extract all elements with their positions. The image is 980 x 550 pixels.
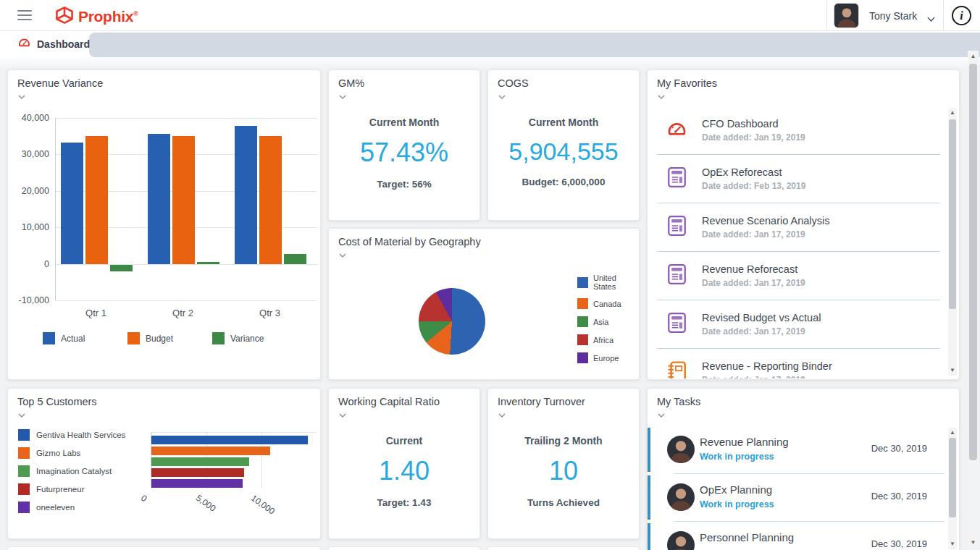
legend-swatch — [212, 332, 225, 344]
bar-actual-3 — [235, 126, 257, 264]
kpi-period-label: Current Month — [488, 117, 639, 128]
report-icon — [667, 312, 689, 337]
chevron-down-icon[interactable] — [657, 412, 666, 418]
kpi-period-label: Trailing 2 Month — [488, 435, 639, 447]
legend-item: Futurpreneur — [18, 483, 125, 495]
scroll-down-icon[interactable]: ▼ — [948, 541, 957, 548]
my-tasks-widget: My Tasks Revenue PlanningWork in progres… — [647, 388, 960, 550]
widget-title: Inventory Turnover — [498, 396, 629, 407]
task-item[interactable]: Revenue PlanningWork in progressDec 30, … — [648, 426, 947, 474]
scroll-down-icon[interactable]: ▼ — [948, 367, 957, 374]
prophix-logo: Prophix® — [55, 6, 138, 28]
hamburger-menu-icon[interactable] — [17, 10, 32, 23]
favorite-item[interactable]: Revised Budget vs ActualDate added: Jan … — [657, 300, 940, 349]
kpi-value: 1.40 — [329, 456, 479, 486]
gridline — [56, 118, 317, 119]
bar-variance-1 — [110, 265, 133, 272]
page-scrollbar[interactable]: ▲ ▼ — [968, 51, 979, 549]
task-status-link[interactable]: Work in progress — [700, 499, 774, 509]
user-avatar[interactable] — [834, 3, 859, 28]
legend-label: Variance — [230, 334, 264, 344]
widget-title: My Favorites — [657, 77, 950, 89]
binder-icon — [667, 360, 689, 378]
gauge-icon — [667, 120, 689, 141]
task-item[interactable]: OpEx PlanningWork in progressDec 30, 201… — [648, 474, 947, 522]
chevron-down-icon[interactable] — [338, 253, 347, 258]
chevron-down-icon[interactable] — [498, 412, 506, 418]
scrollbar-thumb[interactable] — [969, 64, 977, 460]
favorite-title: Revised Budget vs Actual — [702, 312, 821, 323]
legend-item: Europe — [577, 352, 639, 363]
legend-swatch — [18, 429, 30, 441]
legend-label: Futurpreneur — [36, 485, 84, 494]
task-status-bar — [648, 523, 650, 550]
chevron-down-icon[interactable] — [926, 12, 936, 25]
tasks-scrollbar[interactable]: ▲ ▼ — [948, 428, 957, 549]
kpi-footer: Turns Achieved — [488, 497, 639, 508]
widget-title: Working Capital Ratio — [338, 396, 470, 407]
tab-strip-background — [89, 33, 980, 57]
content-background — [0, 57, 980, 69]
user-menu[interactable]: Tony Stark — [869, 10, 917, 22]
task-status-link[interactable]: Work in progress — [700, 452, 789, 462]
scroll-up-icon[interactable]: ▲ — [968, 53, 979, 60]
task-date: Dec 30, 2019 — [871, 443, 927, 454]
x-axis-label: Qtr 2 — [154, 308, 212, 318]
task-texts: Personnel Planning — [700, 531, 794, 543]
y-axis-tick: -10,000 — [19, 295, 49, 305]
legend-swatch — [18, 465, 30, 477]
chevron-down-icon[interactable] — [338, 412, 347, 418]
scrollbar-thumb[interactable] — [949, 438, 956, 517]
registered-mark: ® — [133, 10, 138, 17]
y-axis-tick: 20,000 — [22, 186, 49, 196]
tab-strip: Dashboard — [0, 31, 980, 57]
legend-item: United States — [577, 274, 639, 291]
favorite-item[interactable]: CFO DashboardDate added: Jan 19, 2019 — [657, 106, 940, 155]
app-header: Prophix® Tony Stark i — [0, 0, 980, 31]
favorite-texts: Revenue - Reporting BinderDate added: Ja… — [702, 360, 832, 378]
scroll-down-icon[interactable]: ▼ — [968, 539, 979, 546]
bar-1 — [151, 436, 308, 444]
chevron-down-icon[interactable] — [338, 94, 347, 100]
favorite-date: Date added: Jan 17, 2019 — [702, 326, 821, 337]
legend-swatch — [577, 316, 588, 327]
chevron-down-icon[interactable] — [657, 94, 666, 100]
task-title: Revenue Planning — [700, 436, 789, 448]
my-favorites-widget: My Favorites CFO DashboardDate added: Ja… — [647, 69, 960, 380]
x-axis-tick: 0 — [139, 493, 149, 504]
favorite-title: Revenue - Reporting Binder — [702, 360, 832, 372]
favorite-item[interactable]: Revenue ReforecastDate added: Jan 17, 20… — [657, 252, 940, 300]
legend-item: Gentiva Health Services — [18, 429, 125, 441]
bar-2 — [151, 447, 270, 455]
favorite-texts: CFO DashboardDate added: Jan 19, 2019 — [702, 118, 805, 143]
bar-4 — [151, 468, 244, 477]
favorites-scrollbar[interactable]: ▲ ▼ — [948, 108, 957, 376]
scroll-up-icon[interactable]: ▲ — [948, 429, 957, 436]
chevron-down-icon[interactable] — [17, 94, 26, 100]
tab-dashboard[interactable]: Dashboard — [0, 31, 89, 57]
kpi-value: 10 — [488, 456, 639, 486]
favorite-item[interactable]: Revenue - Reporting BinderDate added: Ja… — [657, 349, 940, 378]
gridline — [56, 300, 317, 301]
chevron-down-icon[interactable] — [498, 94, 506, 100]
legend-label: Budget — [146, 334, 173, 344]
favorite-item[interactable]: Revenue Scenario AnalysisDate added: Jan… — [657, 203, 940, 252]
gm-percent-widget: GM% Current Month 57.43% Target: 56% — [328, 69, 480, 221]
widget-title: Cost of Material by Geography — [338, 236, 629, 248]
inventory-turnover-widget: Inventory Turnover Trailing 2 Month 10 T… — [487, 388, 640, 539]
chevron-down-icon[interactable] — [17, 412, 26, 418]
favorite-date: Date added: Jan 17, 2019 — [702, 278, 805, 288]
favorite-item[interactable]: OpEx ReforecastDate added: Feb 13, 2019 — [657, 155, 940, 203]
legend-label: oneeleven — [36, 503, 75, 512]
favorite-date: Date added: Feb 13, 2019 — [702, 181, 805, 191]
kpi-budget: Budget: 6,000,000 — [488, 177, 639, 187]
scrollbar-thumb[interactable] — [949, 119, 956, 309]
info-icon[interactable]: i — [952, 6, 971, 25]
favorite-texts: Revised Budget vs ActualDate added: Jan … — [702, 312, 821, 337]
legend-item: Actual — [43, 332, 85, 344]
y-axis-tick: 30,000 — [22, 149, 49, 159]
task-item[interactable]: Personnel PlanningDec 30, 2019 — [648, 522, 947, 550]
scroll-up-icon[interactable]: ▲ — [948, 109, 957, 117]
task-date: Dec 30, 2019 — [871, 491, 927, 502]
bar-3 — [151, 457, 249, 466]
